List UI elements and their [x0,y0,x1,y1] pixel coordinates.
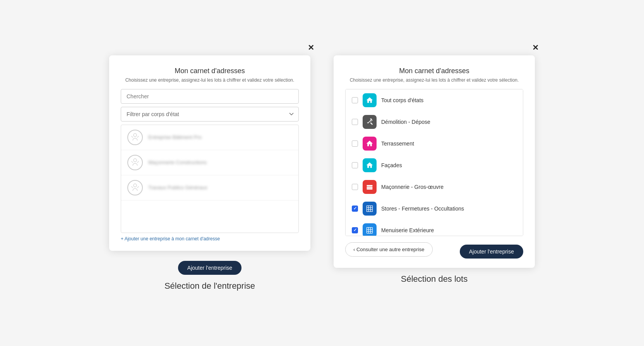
lot-item[interactable]: Terrassement [346,133,523,154]
add-company-link[interactable]: + Ajouter une entreprise à mon carnet d'… [121,236,299,242]
lot-item[interactable]: Stores - Fermetures - Occultations [346,198,523,219]
lot-name: Démolition - Dépose [381,119,430,125]
company-item[interactable]: Travaux Publics Généraux [121,175,298,200]
company-list: Entreprise Bâtiment Pro Maçonnerie Const… [121,125,299,233]
lot-checkbox[interactable] [352,206,358,212]
right-close-button[interactable]: ✕ [532,44,539,51]
right-add-button[interactable]: Ajouter l'entreprise [460,245,523,259]
lots-list: Tout corps d'étatsDémolition - DéposeTer… [345,89,523,236]
company-avatar-2 [127,155,143,170]
lot-checkbox[interactable] [352,184,358,190]
lot-name: Tout corps d'états [381,97,423,103]
right-panel-label: Sélection des lots [401,274,468,284]
lot-name: Stores - Fermetures - Occultations [381,206,464,212]
svg-rect-2 [367,185,373,186]
lot-name: Façades [381,162,402,168]
left-panel-label: Sélection de l'entreprise [164,281,255,291]
lot-name: Terrassement [381,140,414,147]
company-name-3: Travaux Publics Généraux [148,185,207,190]
lot-icon [363,158,377,172]
filter-select[interactable]: Filtrer par corps d'état [121,107,299,122]
lot-checkbox[interactable] [352,140,358,147]
lot-checkbox[interactable] [352,227,358,233]
lot-icon [363,202,377,216]
lot-name: Menuiserie Extérieure [381,227,434,233]
page-container: ✕ Mon carnet d'adresses Choisissez une e… [90,55,554,291]
search-input[interactable] [121,89,299,104]
left-panel-subtitle: Choisissez une entreprise, assignez-lui … [121,77,299,83]
back-button[interactable]: ‹ Consulter une autre entreprise [345,242,433,257]
left-panel: ✕ Mon carnet d'adresses Choisissez une e… [109,55,310,251]
lot-checkbox[interactable] [352,162,358,168]
lot-item[interactable]: Maçonnerie - Gros-œuvre [346,176,523,198]
left-panel-wrapper: ✕ Mon carnet d'adresses Choisissez une e… [109,55,310,291]
lot-item[interactable]: Menuiserie Extérieure [346,219,523,236]
lot-icon [363,180,377,194]
right-panel-title: Mon carnet d'adresses [345,67,523,75]
right-panel-subtitle: Choisissez une entreprise, assignez-lui … [345,77,523,83]
svg-rect-3 [367,227,373,233]
svg-rect-0 [367,187,373,188]
lot-icon [363,115,377,129]
company-avatar-1 [127,130,143,145]
svg-rect-1 [367,188,373,189]
left-panel-title: Mon carnet d'adresses [121,67,299,75]
lot-icon [363,93,377,107]
company-name-1: Entreprise Bâtiment Pro [148,134,202,140]
left-close-button[interactable]: ✕ [308,44,314,51]
lot-item[interactable]: Tout corps d'états [346,89,523,111]
company-item[interactable]: Entreprise Bâtiment Pro [121,125,298,150]
lot-item[interactable]: Façades [346,154,523,176]
right-panel: ✕ Mon carnet d'adresses Choisissez une e… [334,55,535,268]
bottom-actions: ‹ Consulter une autre entreprise Ajouter… [345,241,523,259]
company-avatar-3 [127,180,143,195]
lot-checkbox[interactable] [352,97,358,103]
lot-checkbox[interactable] [352,119,358,125]
right-panel-wrapper: ✕ Mon carnet d'adresses Choisissez une e… [334,55,535,284]
lot-icon [363,223,377,236]
company-name-2: Maçonnerie Constructions [148,159,207,165]
lot-name: Maçonnerie - Gros-œuvre [381,184,444,190]
lot-item[interactable]: Démolition - Dépose [346,111,523,133]
lot-icon [363,137,377,151]
left-add-button[interactable]: Ajouter l'entreprise [178,261,242,275]
company-item[interactable]: Maçonnerie Constructions [121,150,298,175]
